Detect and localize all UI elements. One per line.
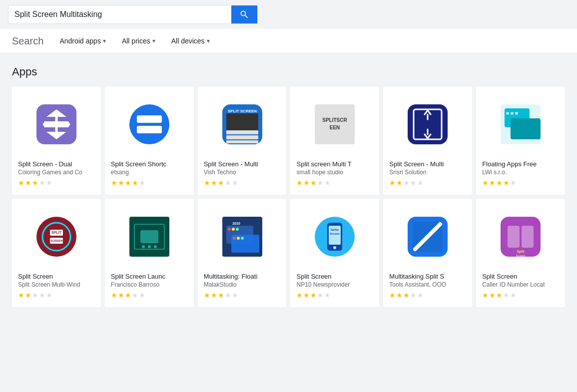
svg-point-36 <box>228 228 231 231</box>
svg-text:Split: Split <box>517 250 525 254</box>
app-name: Split Screen <box>296 273 373 280</box>
star-filled: ★ <box>118 291 124 299</box>
app-rating: ★★★★★ <box>389 291 424 299</box>
svg-rect-8 <box>226 130 258 134</box>
app-rating: ★★★★★ <box>482 179 517 187</box>
svg-point-2 <box>129 104 169 144</box>
star-empty: ★ <box>317 179 324 187</box>
star-filled: ★ <box>211 291 217 299</box>
search-button[interactable] <box>231 5 257 23</box>
app-card[interactable]: Split Screen Split Screen Caller ID Numb… <box>476 199 565 307</box>
app-card[interactable]: Split Screen Shortc etsang ★★★★★ <box>105 86 194 195</box>
chevron-down-icon: ▾ <box>152 37 155 44</box>
app-developer: Split Screen Multi-Wind <box>18 281 95 288</box>
app-rating: ★★★★★ <box>296 291 331 299</box>
svg-rect-1 <box>44 121 69 127</box>
app-card[interactable]: Split Screen - Dual Coloring Games and C… <box>12 86 101 195</box>
app-rating: ★★★★★ <box>482 291 517 299</box>
app-developer: NP10 Newsprovider <box>296 281 373 288</box>
app-icon <box>119 207 179 267</box>
star-filled: ★ <box>32 179 38 187</box>
app-developer: Coloring Games and Co <box>18 169 95 176</box>
apps-grid: Split Screen - Dual Coloring Games and C… <box>12 86 565 307</box>
star-empty: ★ <box>510 179 517 187</box>
star-filled: ★ <box>396 291 403 299</box>
star-filled: ★ <box>396 179 403 187</box>
app-card[interactable]: Split Screen - Multi Srisri Solution ★★★… <box>383 86 472 195</box>
star-empty: ★ <box>46 179 52 187</box>
svg-rect-11 <box>315 104 355 144</box>
svg-rect-4 <box>137 126 162 133</box>
svg-point-42 <box>241 237 244 240</box>
filter-price[interactable]: All prices ▾ <box>118 35 159 47</box>
app-card[interactable]: Split Screen Launc Francisco Barroso ★★★… <box>105 199 194 307</box>
star-empty: ★ <box>503 291 510 299</box>
star-filled: ★ <box>204 179 210 187</box>
app-card[interactable]: SPLIT SCREEN Split Screen - Multi Vish T… <box>198 86 287 195</box>
app-name: Floating Apps Free <box>482 160 559 168</box>
svg-point-33 <box>154 245 157 248</box>
star-filled: ★ <box>482 179 489 187</box>
svg-text:Screen: Screen <box>516 254 526 257</box>
svg-rect-21 <box>511 118 541 139</box>
star-empty: ★ <box>39 291 45 299</box>
app-card[interactable]: Multitasking Split S Tools Assistant, OO… <box>383 199 472 307</box>
svg-point-31 <box>142 245 145 248</box>
section-title: Apps <box>12 65 565 78</box>
svg-text:EEN: EEN <box>330 125 340 130</box>
star-empty: ★ <box>139 179 145 187</box>
search-box[interactable] <box>8 5 258 24</box>
star-filled: ★ <box>310 291 317 299</box>
app-developer: Caller ID Number Locat <box>482 281 559 288</box>
star-empty: ★ <box>132 291 138 299</box>
star-empty: ★ <box>410 291 417 299</box>
app-card[interactable]: SPLITSCR EEN Split screen Multi T small … <box>290 86 379 195</box>
svg-text:SPLITSCR: SPLITSCR <box>323 117 348 123</box>
filter-device[interactable]: All devices ▾ <box>167 35 214 47</box>
app-icon <box>491 94 551 154</box>
star-filled: ★ <box>296 291 303 299</box>
svg-point-49 <box>333 246 336 249</box>
star-filled: ★ <box>303 179 310 187</box>
star-filled: ★ <box>310 179 317 187</box>
app-card[interactable]: Splite Screen Split Screen NP10 Newsprov… <box>290 199 379 307</box>
star-filled: ★ <box>211 179 217 187</box>
star-empty: ★ <box>232 179 238 187</box>
star-empty: ★ <box>324 179 331 187</box>
svg-text:SPLIT: SPLIT <box>51 231 62 234</box>
svg-text:Splite: Splite <box>331 228 339 231</box>
svg-rect-54 <box>508 226 520 248</box>
app-card[interactable]: 2020 Multitasking: Floati MalakStudio ★★… <box>198 199 287 307</box>
app-name: Split Screen Shortc <box>111 160 188 168</box>
svg-rect-7 <box>226 113 258 131</box>
app-icon <box>119 94 179 154</box>
star-filled: ★ <box>25 179 31 187</box>
star-filled: ★ <box>496 179 503 187</box>
app-icon <box>26 94 86 154</box>
app-developer: LWi s.r.o. <box>482 169 559 176</box>
star-empty: ★ <box>417 291 424 299</box>
app-card[interactable]: SPLIT SCREEN Split Screen Split Screen M… <box>12 199 101 307</box>
star-empty: ★ <box>410 179 417 187</box>
svg-point-41 <box>237 237 240 240</box>
star-filled: ★ <box>204 291 210 299</box>
app-developer: Francisco Barroso <box>111 281 188 288</box>
filter-category[interactable]: Android apps ▾ <box>55 35 110 47</box>
app-name: Split Screen - Multi <box>204 160 281 168</box>
svg-point-37 <box>232 228 235 231</box>
app-icon <box>398 207 458 267</box>
svg-point-19 <box>511 112 514 115</box>
svg-text:SCREEN: SCREEN <box>50 239 62 242</box>
app-card[interactable]: Floating Apps Free LWi s.r.o. ★★★★★ <box>476 86 565 195</box>
star-filled: ★ <box>218 291 224 299</box>
star-filled: ★ <box>489 291 496 299</box>
star-filled: ★ <box>389 179 396 187</box>
star-filled: ★ <box>496 291 503 299</box>
search-icon <box>239 9 249 19</box>
app-rating: ★★★★★ <box>296 179 331 187</box>
star-empty: ★ <box>324 291 331 299</box>
search-input[interactable] <box>8 6 231 23</box>
star-empty: ★ <box>510 291 517 299</box>
svg-point-40 <box>233 237 236 240</box>
filter-category-label: Android apps <box>59 37 101 45</box>
